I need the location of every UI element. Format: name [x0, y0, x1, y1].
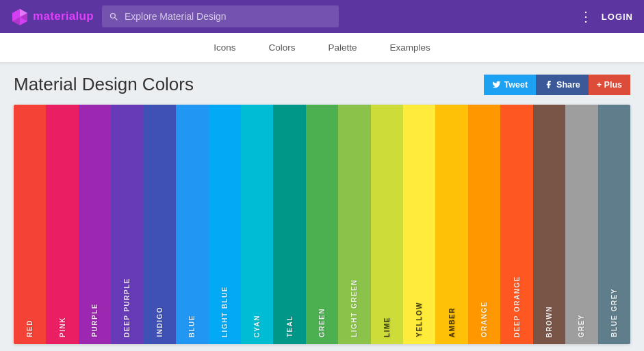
social-buttons: Tweet Share + Plus — [484, 75, 630, 95]
search-bar[interactable] — [102, 5, 339, 27]
swatch-label: INDIGO — [156, 307, 164, 337]
share-label: Share — [556, 80, 580, 90]
more-icon[interactable]: ⋮ — [579, 10, 593, 23]
swatch-label: PINK — [59, 317, 66, 337]
share-button[interactable]: Share — [536, 75, 589, 95]
plus-label: + Plus — [597, 80, 622, 90]
logo: materialup — [11, 8, 94, 25]
twitter-icon — [492, 80, 501, 89]
swatch-label: LIGHT BLUE — [221, 286, 229, 337]
color-swatch[interactable]: YELLOW — [403, 105, 435, 344]
nav-item-examples[interactable]: Examples — [390, 40, 430, 55]
swatch-label: AMBER — [448, 307, 456, 337]
nav-item-palette[interactable]: Palette — [328, 40, 357, 55]
nav-item-icons[interactable]: Icons — [214, 40, 235, 55]
color-swatch[interactable]: GREY — [565, 105, 597, 344]
swatch-label: DEEP ORANGE — [513, 276, 521, 337]
page-title: Material Design Colors — [14, 74, 194, 95]
color-swatch[interactable]: DEEP PURPLE — [111, 105, 143, 344]
page-header: Material Design Colors Tweet Share + Plu… — [14, 74, 630, 95]
login-button[interactable]: LOGIN — [602, 12, 633, 22]
color-swatch[interactable]: LIGHT GREEN — [338, 105, 370, 344]
color-swatch[interactable]: AMBER — [435, 105, 467, 344]
swatch-label: TEAL — [286, 315, 294, 337]
logo-icon — [11, 8, 29, 25]
color-swatch[interactable]: LIME — [371, 105, 403, 344]
color-swatch[interactable]: PURPLE — [79, 105, 111, 344]
color-swatch[interactable]: INDIGO — [144, 105, 176, 344]
color-swatch[interactable]: CYAN — [241, 105, 273, 344]
swatch-label: ORANGE — [480, 301, 488, 337]
main-content: Material Design Colors Tweet Share + Plu… — [0, 63, 644, 351]
swatch-label: LIME — [383, 317, 391, 337]
facebook-icon — [544, 80, 553, 89]
color-swatch[interactable]: DEEP ORANGE — [500, 105, 532, 344]
color-swatch[interactable]: BLUE GREY — [598, 105, 630, 344]
swatch-label: LIGHT GREEN — [350, 279, 358, 337]
swatch-label: PURPLE — [91, 303, 99, 337]
search-input[interactable] — [125, 11, 332, 22]
color-swatch[interactable]: RED — [14, 105, 46, 344]
tweet-label: Tweet — [504, 80, 528, 90]
swatches-container: REDPINKPURPLEDEEP PURPLEINDIGOBLUELIGHT … — [14, 105, 630, 344]
color-swatch[interactable]: BROWN — [533, 105, 565, 344]
swatch-label: YELLOW — [415, 302, 423, 337]
logo-text: materialup — [33, 10, 94, 23]
color-swatch[interactable]: BLUE — [176, 105, 208, 344]
color-swatch[interactable]: GREEN — [306, 105, 338, 344]
swatch-label: BLUE GREY — [610, 288, 618, 337]
swatch-label: RED — [26, 320, 34, 337]
nav-bar: Icons Colors Palette Examples — [0, 33, 644, 63]
color-swatch[interactable]: TEAL — [273, 105, 305, 344]
plus-button[interactable]: + Plus — [589, 75, 630, 95]
search-icon — [109, 12, 119, 22]
swatch-label: GREEN — [318, 308, 326, 337]
color-swatch[interactable]: LIGHT BLUE — [209, 105, 241, 344]
swatch-label: GREY — [578, 314, 585, 337]
header: materialup ⋮ LOGIN — [0, 0, 644, 33]
nav-item-colors[interactable]: Colors — [268, 40, 295, 55]
swatch-label: BLUE — [188, 315, 196, 337]
swatch-label: CYAN — [253, 315, 261, 337]
tweet-button[interactable]: Tweet — [484, 75, 537, 95]
swatch-label: BROWN — [545, 306, 553, 337]
swatch-label: DEEP PURPLE — [123, 278, 131, 337]
color-swatch[interactable]: PINK — [46, 105, 78, 344]
color-swatch[interactable]: ORANGE — [468, 105, 500, 344]
